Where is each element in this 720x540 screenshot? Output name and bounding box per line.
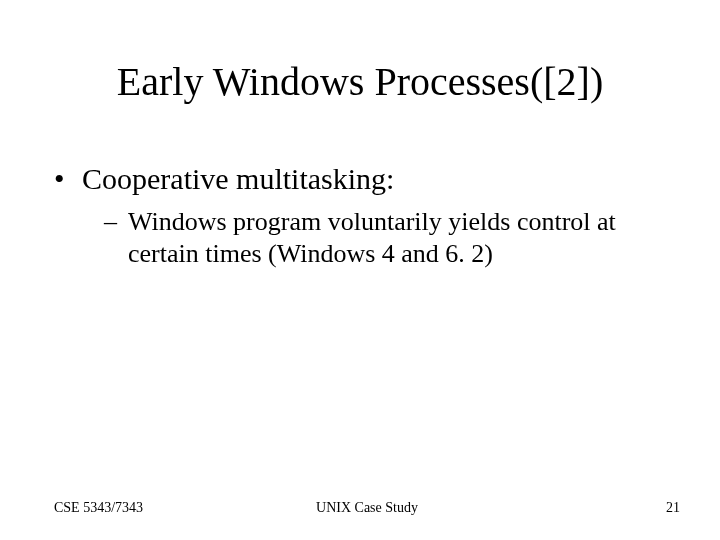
slide-footer: CSE 5343/7343 UNIX Case Study 21 <box>54 500 680 516</box>
footer-page-number: 21 <box>666 500 680 516</box>
footer-title: UNIX Case Study <box>54 500 680 516</box>
bullet-text: Cooperative multitasking: <box>82 160 394 198</box>
slide-body: • Cooperative multitasking: – Windows pr… <box>54 160 666 271</box>
dash-marker: – <box>104 206 128 271</box>
footer-course: CSE 5343/7343 <box>54 500 143 516</box>
slide-title: Early Windows Processes([2]) <box>0 58 720 105</box>
slide: Early Windows Processes([2]) • Cooperati… <box>0 0 720 540</box>
bullet-marker: • <box>54 160 82 198</box>
bullet-level-2: – Windows program voluntarily yields con… <box>104 206 666 271</box>
bullet-text: Windows program voluntarily yields contr… <box>128 206 666 271</box>
bullet-level-1: • Cooperative multitasking: <box>54 160 666 198</box>
